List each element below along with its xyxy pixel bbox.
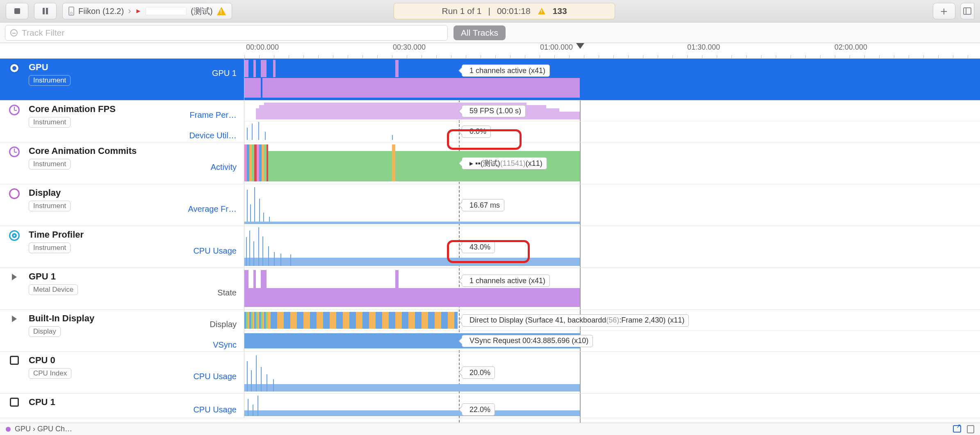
track-metric-label: CPU Usage xyxy=(166,398,237,421)
all-tracks-pill[interactable]: All Tracks xyxy=(454,25,506,40)
track-gpu-1[interactable]: GPU 1 Metal Device State 1 channels acti… xyxy=(0,268,980,310)
tracks-panel: GPU Instrument GPU 1 1 channels active (… xyxy=(0,59,980,423)
ruler-minor-tick xyxy=(879,55,880,58)
ruler-tick: 01:00.000 xyxy=(540,43,573,52)
ruler-minor-tick xyxy=(732,55,732,58)
track-title: Core Animation Commits xyxy=(29,146,164,156)
track-title: CPU 0 xyxy=(29,355,164,366)
clock-icon xyxy=(9,105,20,115)
track-core-animation-commits[interactable]: Core Animation Commits Instrument Activi… xyxy=(0,142,980,184)
track-gpu[interactable]: GPU Instrument GPU 1 1 channels active (… xyxy=(0,59,980,101)
ruler-minor-tick xyxy=(746,55,747,58)
status-bar: GPU › GPU Ch… xyxy=(0,423,980,435)
track-badge: Metal Device xyxy=(29,284,78,295)
ruler-minor-tick xyxy=(968,55,968,58)
ruler-minor-tick xyxy=(835,55,835,58)
ruler-minor-tick xyxy=(525,55,525,58)
run-status-pill[interactable]: Run 1 of 1 | 00:01:18 133 xyxy=(394,3,615,19)
track-cpu-0[interactable]: CPU 0 CPU Index CPU Usage 20.0% xyxy=(0,352,980,394)
cpu-icon xyxy=(10,398,19,407)
ruler-minor-tick xyxy=(938,55,939,58)
pause-button[interactable] xyxy=(34,3,57,19)
device-target-selector[interactable]: Fiikon (12.2) › ► (测试) xyxy=(62,3,232,19)
ruler-minor-tick xyxy=(953,55,953,58)
callout-cpu-usage: 43.0% xyxy=(462,241,495,253)
ruler-tick: 00:30.000 xyxy=(393,43,426,52)
stop-button[interactable] xyxy=(6,3,28,19)
track-core-animation-fps[interactable]: Core Animation FPS Instrument Frame Per…… xyxy=(0,101,980,142)
warning-icon xyxy=(217,7,226,15)
disclosure-triangle-icon[interactable] xyxy=(12,274,17,280)
popout-icon[interactable] xyxy=(953,425,961,433)
toggle-left-panel-button[interactable] xyxy=(960,3,974,19)
ruler-minor-tick xyxy=(422,55,422,58)
track-title: Core Animation FPS xyxy=(29,104,164,114)
track-metric-label: CPU Usage xyxy=(166,356,237,397)
track-badge: Display xyxy=(29,326,61,337)
track-title: Time Profiler xyxy=(29,229,164,240)
detail-path[interactable]: GPU › GPU Ch… xyxy=(15,425,72,433)
track-filter-field[interactable] xyxy=(5,25,448,41)
filter-strip: All Tracks xyxy=(0,23,980,43)
disclosure-triangle-icon[interactable] xyxy=(12,316,17,322)
track-cpu-1[interactable]: CPU 1 CPU Usage 22.0% xyxy=(0,394,980,418)
timeline-ruler[interactable]: 00:00.000 00:30.000 01:00.000 01:30.000 … xyxy=(0,43,980,59)
track-metric-label: Activity xyxy=(166,147,237,188)
ruler-minor-tick xyxy=(687,55,688,58)
ruler-minor-tick xyxy=(776,55,776,58)
ruler-minor-tick xyxy=(451,55,451,58)
ruler-minor-tick xyxy=(643,55,643,58)
callout-gpu1-state: 1 channels active (x41) xyxy=(462,275,550,287)
track-metric-label: Display xyxy=(166,314,237,334)
track-filter-input[interactable] xyxy=(22,28,442,38)
ruler-minor-tick xyxy=(333,55,333,58)
track-display[interactable]: Display Instrument Average Fr… 16.67 ms xyxy=(0,184,980,226)
clock-icon xyxy=(9,147,20,157)
ruler-minor-tick xyxy=(481,55,481,58)
display-icon xyxy=(9,188,20,199)
iphone-icon xyxy=(68,7,74,16)
run-elapsed-time: 00:01:18 xyxy=(497,6,531,16)
ruler-tick: 00:00.000 xyxy=(246,43,279,52)
track-title: Built-In Display xyxy=(29,313,164,324)
ruler-minor-tick xyxy=(318,55,319,58)
status-dot-icon xyxy=(6,427,11,432)
ruler-minor-tick xyxy=(244,55,245,58)
window-toolbar: Fiikon (12.2) › ► (测试) Run 1 of 1 | 00:0… xyxy=(0,0,980,23)
playhead-marker-icon[interactable] xyxy=(576,43,584,49)
add-instrument-button[interactable]: ＋ xyxy=(933,3,955,19)
ruler-minor-tick xyxy=(909,55,909,58)
ruler-tick: 01:30.000 xyxy=(687,43,720,52)
device-name: Fiikon (12.2) xyxy=(78,7,124,16)
callout-cpu0: 20.0% xyxy=(462,366,495,379)
ruler-minor-tick xyxy=(289,55,289,58)
ruler-minor-tick xyxy=(599,55,599,58)
ruler-minor-tick xyxy=(702,55,702,58)
ruler-minor-tick xyxy=(658,55,658,58)
ruler-minor-tick xyxy=(761,55,761,58)
ruler-minor-tick xyxy=(864,55,865,58)
ruler-minor-tick xyxy=(495,55,496,58)
ruler-minor-tick xyxy=(303,55,304,58)
track-badge: Instrument xyxy=(29,159,71,169)
ruler-minor-tick xyxy=(540,55,540,58)
track-metric-label: CPU Usage xyxy=(166,230,237,271)
callout-avg-frame: 16.67 ms xyxy=(462,199,504,211)
ruler-minor-tick xyxy=(850,55,850,58)
track-metric-label: Frame Per… xyxy=(166,105,237,125)
ruler-minor-tick xyxy=(436,55,437,58)
warning-count: 133 xyxy=(553,6,567,16)
ruler-minor-tick xyxy=(613,55,614,58)
target-suffix: (测试) xyxy=(191,6,212,17)
track-built-in-display[interactable]: Built-In Display Display Display VSync D… xyxy=(0,310,980,352)
ruler-minor-tick xyxy=(348,55,348,58)
callout-vsync: VSync Request 00:43.885.696 (x10) xyxy=(462,335,593,347)
track-badge: Instrument xyxy=(29,75,71,86)
track-badge: Instrument xyxy=(29,117,71,128)
ruler-minor-tick xyxy=(466,55,466,58)
ruler-minor-tick xyxy=(672,55,673,58)
callout-fps: 59 FPS (1.00 s) xyxy=(462,105,526,117)
track-time-profiler[interactable]: Time Profiler Instrument CPU Usage 43.0% xyxy=(0,226,980,268)
ruler-minor-tick xyxy=(894,55,894,58)
clipboard-icon[interactable] xyxy=(967,425,974,433)
